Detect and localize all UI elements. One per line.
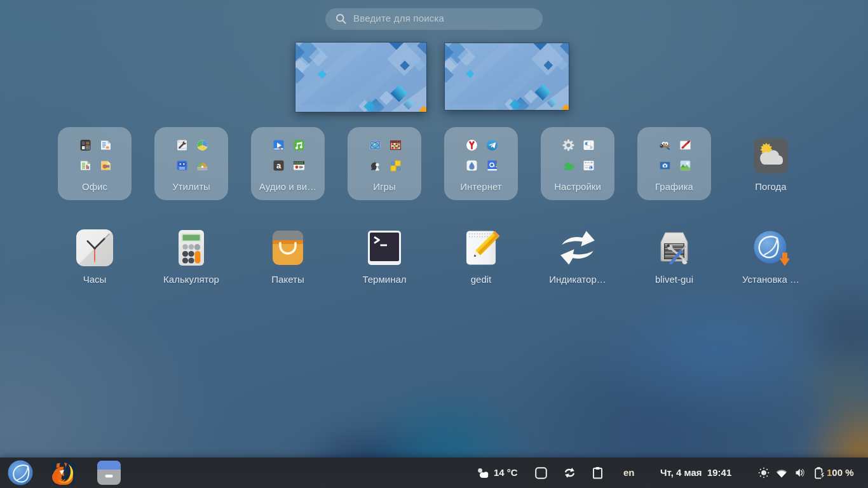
svg-text:a: a [276, 161, 281, 170]
